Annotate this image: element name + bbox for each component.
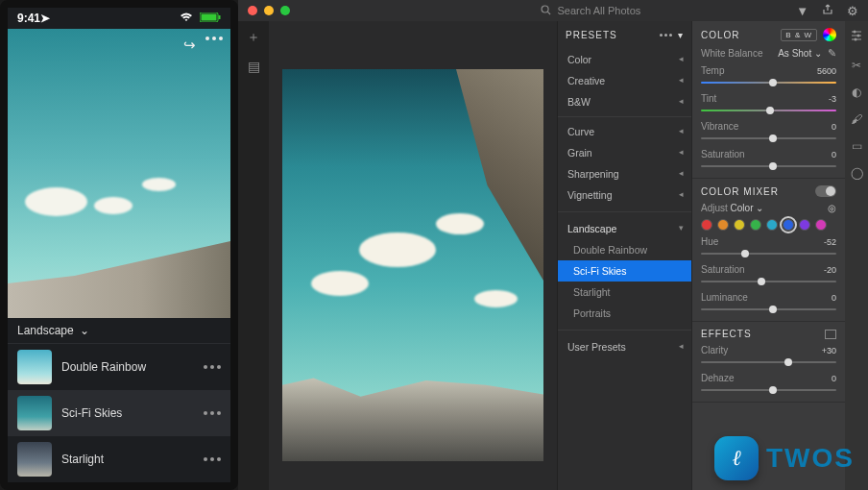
mixer-title: COLOR MIXER: [701, 186, 779, 197]
gear-icon[interactable]: ⚙: [847, 4, 858, 18]
clarity-slider[interactable]: [701, 357, 836, 367]
tint-label: Tint: [701, 93, 716, 104]
adjust-dropdown[interactable]: Color ⌄: [731, 203, 764, 213]
preset-starlight[interactable]: Starlight: [558, 282, 691, 303]
color-swatches: [701, 219, 836, 231]
photo-preview[interactable]: ↪: [8, 29, 230, 318]
filter-icon[interactable]: ▼: [796, 4, 808, 18]
mixer-sat-slider[interactable]: [701, 277, 836, 286]
dehaze-value: 0: [832, 374, 836, 383]
search-icon: [541, 5, 551, 17]
desktop-window: Search All Photos ▼ ⚙ ＋ ▤: [238, 0, 868, 490]
category-landscape[interactable]: Landscape▾: [558, 218, 691, 239]
more-icon[interactable]: [204, 457, 221, 461]
vibrance-label: Vibrance: [701, 121, 738, 132]
lum-value: 0: [832, 293, 836, 303]
minimize-button[interactable]: [264, 6, 274, 15]
category-user-presets[interactable]: User Presets◂: [558, 336, 691, 357]
color-mixer-section: COLOR MIXER Adjust Color ⌄ ◎ Hue-52 Satu…: [692, 179, 845, 322]
preset-item-double-rainbow[interactable]: Double Rainbow: [8, 344, 230, 390]
target-icon[interactable]: ◎: [828, 203, 836, 213]
wb-dropdown[interactable]: As Shot ⌄: [778, 48, 822, 59]
more-icon[interactable]: [205, 37, 223, 54]
preset-label: Sci-Fi Skies: [61, 406, 122, 420]
swatch-2[interactable]: [734, 219, 745, 231]
category-vignetting[interactable]: Vignetting◂: [558, 184, 691, 206]
preset-portraits[interactable]: Portraits: [558, 303, 691, 324]
hue-value: -52: [824, 237, 836, 247]
status-time: 9:41: [17, 12, 40, 25]
saturation-slider[interactable]: [701, 161, 836, 171]
hue-label: Hue: [701, 236, 718, 247]
maximize-button[interactable]: [280, 6, 290, 15]
more-icon[interactable]: [660, 34, 672, 37]
chevron-down-icon: ⌄: [80, 324, 89, 337]
status-bar: 9:41 ➤: [8, 8, 230, 29]
more-icon[interactable]: [204, 411, 221, 415]
bw-toggle[interactable]: B & W: [781, 29, 817, 41]
preset-scifi-skies[interactable]: Sci-Fi Skies: [558, 260, 691, 282]
adjust-icon[interactable]: [850, 29, 863, 45]
dehaze-slider[interactable]: [701, 385, 836, 395]
search-input[interactable]: Search All Photos: [541, 5, 640, 17]
radial-icon[interactable]: ◯: [851, 166, 863, 180]
category-curve[interactable]: Curve◂: [558, 121, 691, 142]
eyedropper-icon[interactable]: ✎: [828, 47, 836, 60]
preset-group-row[interactable]: Landscape ⌄: [8, 318, 230, 344]
preset-thumb: [17, 350, 52, 384]
preset-item-starlight[interactable]: Starlight: [8, 436, 230, 482]
wb-label: White Balance: [701, 48, 762, 59]
category-grain[interactable]: Grain◂: [558, 142, 691, 163]
share-icon[interactable]: [822, 4, 833, 18]
swatch-7[interactable]: [815, 219, 827, 231]
hue-slider[interactable]: [701, 249, 836, 258]
swatch-6[interactable]: [799, 219, 810, 231]
mixer-toggle[interactable]: [815, 185, 836, 197]
category-color[interactable]: Color◂: [558, 49, 691, 70]
preset-double-rainbow[interactable]: Double Rainbow: [558, 239, 691, 260]
temp-slider[interactable]: [701, 78, 836, 87]
swatch-1[interactable]: [717, 219, 729, 231]
vibrance-slider[interactable]: [701, 134, 836, 143]
saturation-label: Saturation: [701, 149, 745, 159]
chevron-down-icon[interactable]: ▾: [678, 30, 684, 40]
adjust-label: Adjust: [701, 203, 728, 213]
category-sharpening[interactable]: Sharpening◂: [558, 163, 691, 184]
tint-slider[interactable]: [701, 106, 836, 115]
preset-thumb: [17, 396, 52, 430]
close-button[interactable]: [248, 6, 257, 15]
svg-point-8: [857, 35, 860, 37]
dehaze-label: Dehaze: [701, 373, 734, 383]
mobile-mockup: 9:41 ➤ ↪ Landscape ⌄: [0, 0, 238, 490]
chevron-left-icon: ◂: [679, 189, 684, 201]
lum-label: Luminance: [701, 292, 748, 303]
chevron-down-icon: ⌄: [814, 48, 822, 59]
heal-icon[interactable]: ◐: [852, 86, 861, 99]
swatch-0[interactable]: [701, 219, 712, 231]
preset-group-label: Landscape: [17, 324, 74, 337]
svg-rect-2: [219, 15, 221, 19]
gradient-icon[interactable]: ▭: [852, 139, 862, 153]
swatch-3[interactable]: [750, 219, 761, 231]
color-section: COLOR B & W White Balance As Shot ⌄ ✎: [692, 21, 845, 179]
brush-icon[interactable]: 🖌: [851, 112, 862, 126]
album-icon[interactable]: ▤: [245, 58, 262, 75]
chevron-left-icon: ◂: [679, 341, 684, 353]
svg-rect-1: [202, 14, 217, 21]
lum-slider[interactable]: [701, 305, 836, 314]
canvas-area[interactable]: [269, 21, 557, 490]
color-wheel-icon[interactable]: [823, 28, 836, 41]
crop-icon[interactable]: ✂: [852, 59, 861, 72]
add-button[interactable]: ＋: [245, 29, 262, 46]
more-icon[interactable]: [204, 365, 221, 369]
preset-item-scifi-skies[interactable]: Sci-Fi Skies: [8, 390, 230, 436]
share-loop-icon[interactable]: ↪: [183, 37, 196, 54]
swatch-4[interactable]: [766, 219, 778, 231]
category-creative[interactable]: Creative◂: [558, 70, 691, 91]
category-bw[interactable]: B&W◂: [558, 91, 691, 112]
effects-icon[interactable]: [825, 330, 836, 339]
swatch-5[interactable]: [783, 219, 794, 231]
svg-line-4: [548, 12, 551, 14]
presets-title: PRESETS: [566, 30, 617, 40]
temp-value: 5600: [817, 66, 836, 76]
